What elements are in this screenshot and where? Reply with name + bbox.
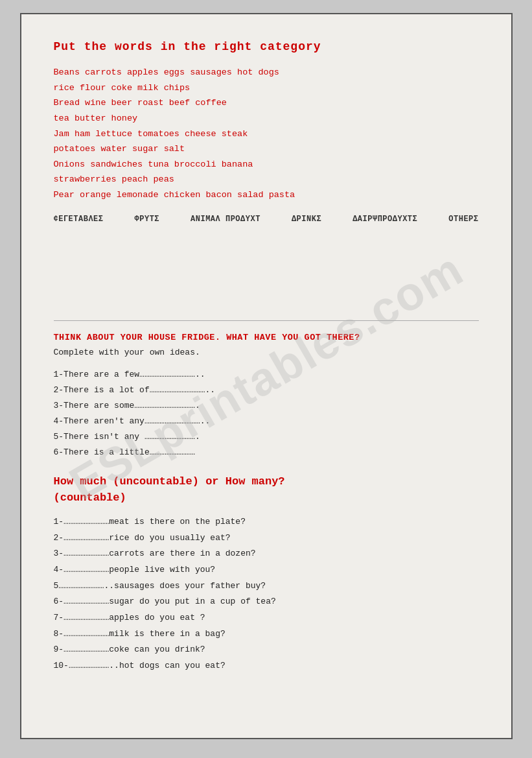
question-8: 8-………………………milk is there in a bag? <box>54 626 479 643</box>
question-3: 3-………………………carrots are there in a dozen? <box>54 546 479 562</box>
word-line-5: Jam ham lettuce tomatoes cheese steak <box>54 126 479 142</box>
question-7: 7-………………………apples do you eat ? <box>54 610 479 626</box>
cat-drinks: ΔΡΙΝΚΣ <box>292 215 321 224</box>
fridge-sentences: 1-There are a few…………………………….. 2-There i… <box>54 367 479 460</box>
word-line-9: Pear orange lemonade chicken bacon salad… <box>54 187 479 203</box>
question-6: 6-………………………sugar do you put in a cup of … <box>54 594 479 610</box>
question-9: 9-………………………coke can you drink? <box>54 642 479 658</box>
fridge-sentence-3: 3-There are some………………………………. <box>54 398 479 414</box>
fridge-sentence-1: 1-There are a few…………………………….. <box>54 367 479 383</box>
page: ESLprintables.com Put the words in the r… <box>20 13 513 739</box>
word-list: Beans carrots apples eggs sausages hot d… <box>54 65 479 203</box>
fridge-sentence-6: 6-There is a little……………………… <box>54 445 479 460</box>
fridge-sentence-4: 4-There aren't any…………………………….. <box>54 414 479 429</box>
fridge-title: THINK ABOUT YOUR HOUSE FRIDGE. WHAT HAVE… <box>54 333 479 342</box>
category-answer-area <box>54 230 479 321</box>
word-line-4: tea butter honey <box>54 111 479 126</box>
fridge-sentence-5: 5-There isn't any …………………………. <box>54 429 479 445</box>
question-4: 4-………………………people live with you? <box>54 562 479 578</box>
word-line-2: rice flour coke milk chips <box>54 80 479 96</box>
how-much-line1: How much (uncountable) or How many? <box>54 473 479 490</box>
how-much-line2: (countable) <box>54 490 479 506</box>
word-line-8: strawberries peach peas <box>54 172 479 187</box>
cat-vegetables: ¢ΕΓΕΤΑΒΛΕΣ <box>54 215 104 224</box>
fridge-section: THINK ABOUT YOUR HOUSE FRIDGE. WHAT HAVE… <box>54 333 479 460</box>
question-2: 2-………………………rice do you usually eat? <box>54 530 479 547</box>
cat-dairy: ΔΑΙΡΨΠΡΟΔΥΧΤΣ <box>353 215 417 224</box>
question-1: 1-………………………meat is there on the plate? <box>54 514 479 530</box>
question-5: 5………………………..sausages does your father bu… <box>54 578 479 595</box>
cat-animal: ΑΝΙΜΑΛ ΠΡΟΔΥΧΤ <box>191 215 260 224</box>
word-line-3: Bread wine beer roast beef coffee <box>54 95 479 111</box>
fridge-sentence-2: 2-There is a lot of…………………………….. <box>54 383 479 398</box>
word-line-6: potatoes water sugar salt <box>54 141 479 157</box>
categories-row: ¢ΕΓΕΤΑΒΛΕΣ ΦΡΥΤΣ ΑΝΙΜΑΛ ΠΡΟΔΥΧΤ ΔΡΙΝΚΣ Δ… <box>54 215 479 224</box>
cat-others: ΟΤΗΕΡΣ <box>448 215 478 224</box>
questions-list: 1-………………………meat is there on the plate? 2… <box>54 514 479 674</box>
question-10: 10-……………………..hot dogs can you eat? <box>54 658 479 674</box>
cat-fruits: ΦΡΥΤΣ <box>135 215 160 224</box>
word-line-7: Onions sandwiches tuna broccoli banana <box>54 157 479 172</box>
fridge-subtitle: Complete with your own ideas. <box>54 345 479 361</box>
page-title: Put the words in the right category <box>54 40 479 53</box>
how-much-title: How much (uncountable) or How many? (cou… <box>54 473 479 506</box>
word-line-1: Beans carrots apples eggs sausages hot d… <box>54 65 479 80</box>
